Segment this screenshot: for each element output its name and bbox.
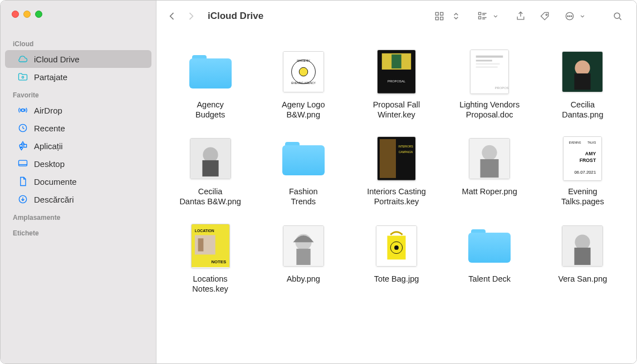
finder-window: iCloud iCloud Drive Partajate Favorite A… (0, 0, 637, 364)
svg-point-11 (546, 14, 547, 16)
file-label: Cecilia Dantas.png (562, 100, 603, 120)
file-label: Fashion Trends (289, 186, 318, 206)
sidebar-item-documents[interactable]: Documente (5, 173, 151, 190)
file-thumbnail (466, 135, 513, 182)
sidebar-item-desktop[interactable]: Desktop (5, 155, 151, 173)
svg-text:EVENING AGENCY: EVENING AGENCY (291, 82, 316, 85)
sidebar-item-label: Desktop (34, 159, 65, 169)
file-thumbnail: LOCATIONNOTES (187, 223, 234, 269)
minimize-button[interactable] (23, 11, 31, 18)
svg-rect-65 (575, 247, 591, 264)
file-item[interactable]: Fashion Trends (259, 135, 347, 206)
svg-point-15 (571, 16, 572, 17)
svg-point-1 (22, 109, 24, 112)
svg-rect-6 (440, 12, 443, 15)
sidebar-item-downloads[interactable]: Descărcări (5, 190, 151, 208)
close-button[interactable] (12, 11, 19, 18)
svg-text:INTERIORS: INTERIORS (398, 146, 413, 149)
sidebar-item-applications[interactable]: Aplicații (5, 137, 151, 155)
folder-icon (282, 142, 325, 175)
file-item[interactable]: Agency Budgets (166, 48, 254, 120)
icon-view-button[interactable] (432, 8, 447, 24)
sidebar-item-label: AirDrop (34, 106, 62, 115)
file-item[interactable]: LOCATIONNOTES Locations Notes.key (166, 223, 254, 294)
toolbar: iCloud Drive (156, 1, 636, 32)
file-item[interactable]: Tote Bag.jpg (352, 223, 440, 294)
svg-rect-7 (435, 17, 438, 20)
tags-button[interactable] (537, 8, 553, 24)
svg-rect-39 (380, 139, 396, 178)
svg-rect-44 (481, 159, 499, 178)
view-switch-button[interactable] (448, 8, 464, 24)
svg-text:06.07.2021: 06.07.2021 (575, 170, 596, 175)
document-thumbnail: PROPOSAL (377, 50, 416, 94)
file-thumbnail (373, 223, 420, 269)
svg-point-19 (299, 67, 308, 76)
back-button[interactable] (164, 8, 180, 24)
search-button[interactable] (610, 8, 625, 24)
file-item[interactable]: Cecilia Dantas.png (539, 48, 626, 120)
zoom-button[interactable] (35, 11, 42, 18)
sidebar-item-icloud-drive[interactable]: iCloud Drive (5, 50, 151, 68)
sidebar-item-label: iCloud Drive (34, 55, 80, 64)
folder-icon (468, 229, 511, 263)
sidebar-item-label: Descărcări (34, 195, 74, 204)
svg-text:FROST: FROST (580, 158, 596, 163)
svg-point-62 (394, 245, 399, 250)
folder-icon (189, 55, 232, 88)
file-label: Abby.png (287, 274, 320, 284)
sidebar: iCloud iCloud Drive Partajate Favorite A… (1, 1, 156, 363)
file-item[interactable]: PROPOSAL Proposal Fall Winter.key (352, 48, 440, 120)
file-label: Locations Notes.key (192, 274, 228, 294)
svg-text:EVENING: EVENING (569, 141, 581, 144)
sidebar-section-tags: Etichete (1, 224, 156, 239)
svg-rect-29 (476, 63, 500, 65)
svg-point-64 (575, 234, 590, 249)
image-thumbnail (562, 225, 603, 267)
file-item[interactable]: Vera San.png (539, 223, 626, 294)
file-label: Ageny Logo B&W.png (282, 100, 325, 120)
file-item[interactable]: PROPOSAL Lighting Vendors Proposal.doc (446, 48, 533, 120)
file-item[interactable]: EVENINGTALKSAMYFROST06.07.2021 Evening T… (539, 135, 626, 206)
svg-point-36 (203, 147, 218, 163)
document-thumbnail: PROPOSAL (470, 50, 509, 94)
image-thumbnail (283, 225, 324, 267)
file-thumbnail: IMAGE BYEVENING AGENCY (280, 48, 327, 95)
downloads-icon (17, 194, 28, 205)
svg-rect-3 (19, 160, 27, 166)
file-label: Lighting Vendors Proposal.doc (459, 100, 520, 120)
main-pane: iCloud Drive (156, 1, 636, 363)
sidebar-section-icloud: iCloud (1, 35, 156, 50)
document-thumbnail: EVENINGTALKSAMYFROST06.07.2021 (563, 136, 602, 181)
sidebar-item-airdrop[interactable]: AirDrop (5, 101, 151, 119)
group-by-button[interactable] (475, 8, 499, 24)
svg-point-0 (22, 76, 23, 78)
sidebar-item-recents[interactable]: Recente (5, 119, 151, 137)
file-label: Vera San.png (558, 274, 607, 284)
file-label: Evening Talks.pages (561, 186, 604, 206)
file-label: Proposal Fall Winter.key (373, 100, 420, 120)
clock-icon (17, 122, 28, 134)
airdrop-icon (17, 105, 28, 116)
forward-button[interactable] (183, 8, 199, 24)
more-button[interactable] (562, 8, 586, 24)
file-item[interactable]: Matt Roper.png (446, 135, 533, 206)
svg-rect-24 (391, 55, 401, 68)
file-item[interactable]: Abby.png (259, 223, 347, 294)
file-item[interactable]: Talent Deck (446, 223, 533, 294)
file-item[interactable]: Cecilia Dantas B&W.png (166, 135, 254, 206)
sidebar-item-label: Documente (34, 177, 77, 186)
file-item[interactable]: INTERIORSCAMPAIGN Interiors Casting Port… (352, 135, 440, 206)
sidebar-section-favorite: Favorite (1, 86, 156, 101)
document-icon (17, 176, 28, 187)
file-thumbnail: EVENINGTALKSAMYFROST06.07.2021 (559, 135, 606, 182)
svg-text:LOCATION: LOCATION (194, 228, 214, 232)
file-label: Matt Roper.png (462, 186, 517, 196)
file-label: Talent Deck (468, 274, 511, 284)
file-label: Cecilia Dantas B&W.png (179, 186, 241, 206)
document-thumbnail: INTERIORSCAMPAIGN (377, 136, 416, 181)
sidebar-item-shared[interactable]: Partajate (5, 68, 151, 86)
image-thumbnail (376, 225, 417, 267)
share-button[interactable] (513, 8, 528, 24)
file-item[interactable]: IMAGE BYEVENING AGENCY Ageny Logo B&W.pn… (259, 48, 347, 120)
